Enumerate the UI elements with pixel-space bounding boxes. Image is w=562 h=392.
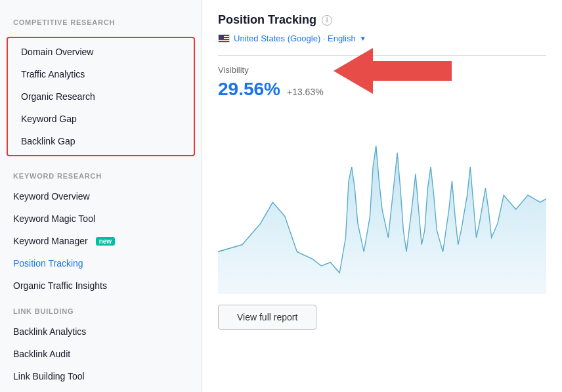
sidebar-item-backlink-audit[interactable]: Backlink Audit — [0, 343, 202, 365]
traffic-analytics-label: Traffic Analytics — [21, 69, 85, 79]
sidebar-item-backlink-analytics[interactable]: Backlink Analytics — [0, 320, 202, 343]
sidebar-item-organic-traffic-insights[interactable]: Organic Traffic Insights — [0, 274, 202, 297]
divider — [218, 55, 546, 56]
visibility-label: Visibility — [218, 65, 546, 75]
backlink-audit-label: Backlink Audit — [13, 349, 70, 359]
organic-research-label: Organic Research — [21, 91, 95, 102]
sidebar-item-keyword-gap[interactable]: Keyword Gap — [8, 108, 194, 130]
domain-overview-label: Domain Overview — [21, 47, 93, 57]
link-building-section: LINK BUILDING Backlink Analytics Backlin… — [0, 297, 202, 387]
sidebar-item-domain-overview[interactable]: Domain Overview — [8, 41, 194, 63]
keyword-magic-tool-label: Keyword Magic Tool — [13, 213, 95, 224]
sidebar-item-keyword-manager[interactable]: Keyword Manager new — [0, 230, 202, 252]
flag-icon — [218, 34, 230, 43]
link-building-tool-label: Link Building Tool — [13, 371, 85, 381]
competitive-research-box: Domain Overview Traffic Analytics Organi… — [7, 37, 195, 156]
competitive-research-section: COMPETITIVE RESEARCH Domain Overview Tra… — [0, 8, 202, 156]
sidebar: COMPETITIVE RESEARCH Domain Overview Tra… — [0, 0, 202, 392]
sidebar-item-keyword-magic-tool[interactable]: Keyword Magic Tool — [0, 207, 202, 230]
keyword-overview-label: Keyword Overview — [13, 191, 90, 202]
visibility-chart — [218, 110, 546, 294]
view-full-report-button[interactable]: View full report — [218, 305, 316, 330]
sidebar-item-position-tracking[interactable]: Position Tracking — [0, 252, 202, 274]
backlink-gap-label: Backlink Gap — [21, 136, 75, 146]
section-label-link-building: LINK BUILDING — [0, 297, 202, 320]
section-label-competitive: COMPETITIVE RESEARCH — [0, 8, 202, 32]
position-tracking-label: Position Tracking — [13, 258, 83, 269]
visibility-percentage: 29.56% — [218, 79, 280, 100]
sidebar-item-organic-research[interactable]: Organic Research — [8, 85, 194, 108]
sidebar-item-keyword-overview[interactable]: Keyword Overview — [0, 185, 202, 207]
main-content: Position Tracking i United States (Googl… — [202, 0, 562, 392]
sidebar-item-link-building-tool[interactable]: Link Building Tool — [0, 365, 202, 387]
visibility-value-container: 29.56% +13.63% — [218, 79, 546, 100]
backlink-analytics-label: Backlink Analytics — [13, 326, 86, 337]
section-label-keyword: KEYWORD RESEARCH — [0, 162, 202, 185]
visibility-change: +13.63% — [287, 87, 324, 97]
sidebar-item-backlink-gap[interactable]: Backlink Gap — [8, 130, 194, 152]
chevron-down-icon: ▼ — [360, 35, 366, 42]
location-selector[interactable]: United States (Google) · English ▼ — [218, 33, 546, 43]
info-icon[interactable]: i — [322, 15, 332, 26]
keyword-gap-label: Keyword Gap — [21, 114, 77, 124]
position-tracking-title: Position Tracking — [218, 13, 316, 27]
new-badge: new — [96, 237, 115, 246]
keyword-research-section: KEYWORD RESEARCH Keyword Overview Keywor… — [0, 162, 202, 297]
location-label: United States (Google) · English — [234, 33, 356, 43]
sidebar-item-traffic-analytics[interactable]: Traffic Analytics — [8, 63, 194, 85]
keyword-manager-label: Keyword Manager — [13, 236, 88, 246]
widget-title-container: Position Tracking i — [218, 13, 546, 27]
organic-traffic-insights-label: Organic Traffic Insights — [13, 280, 107, 291]
